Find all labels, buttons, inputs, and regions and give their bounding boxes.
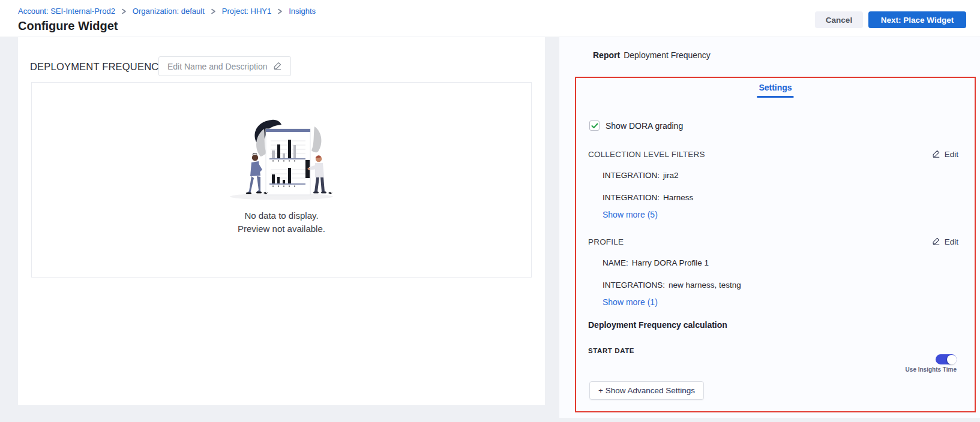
empty-state-illustration	[229, 117, 334, 201]
field-label: INTEGRATION:	[603, 193, 660, 202]
breadcrumb-project[interactable]: Project: HHY1	[222, 7, 271, 16]
dora-grading-label: Show DORA grading	[606, 121, 683, 131]
pencil-icon	[932, 237, 940, 247]
checkmark-icon	[591, 123, 598, 129]
collection-show-more-link[interactable]: Show more (5)	[603, 210, 658, 219]
insights-time-toggle-block: Use Insights Time	[906, 354, 957, 373]
top-header: Account: SEI-Internal-Prod2 Organization…	[0, 0, 980, 37]
pencil-icon	[273, 61, 282, 72]
tab-settings[interactable]: Settings	[757, 83, 793, 98]
toggle-knob	[947, 355, 957, 364]
collection-filters-header: COLLECTION LEVEL FILTERS Edit	[588, 149, 958, 159]
edit-label: Edit	[945, 150, 958, 159]
empty-state-subtext: Preview not available.	[238, 224, 325, 234]
chevron-right-icon	[277, 8, 283, 14]
show-advanced-settings-button[interactable]: + Show Advanced Settings	[589, 381, 704, 400]
start-date-label: START DATE	[588, 347, 634, 354]
chevron-right-icon	[211, 8, 216, 14]
widget-preview-card: DEPLOYMENT FREQUENCY Edit Name and Descr…	[18, 37, 545, 405]
integration-field: INTEGRATION:jira2	[603, 171, 679, 180]
chevron-right-icon	[121, 8, 127, 14]
page-title: Configure Widget	[18, 19, 118, 33]
integration-field: INTEGRATION:Harness	[603, 193, 693, 202]
widget-settings-panel: ReportDeployment Frequency Settings Show…	[559, 37, 980, 418]
edit-name-description-label: Edit Name and Description	[167, 62, 268, 71]
profile-integrations-field: INTEGRATIONS:new harness, testng	[603, 281, 741, 290]
field-value: Harry DORA Profile 1	[632, 258, 709, 267]
breadcrumb-account[interactable]: Account: SEI-Internal-Prod2	[18, 7, 115, 16]
collection-filters-edit-button[interactable]: Edit	[932, 149, 958, 159]
field-value: jira2	[663, 171, 679, 180]
show-dora-grading-row[interactable]: Show DORA grading	[589, 120, 683, 131]
widget-preview-area: No data to display. Preview not availabl…	[31, 82, 532, 278]
field-value: new harness, testng	[669, 281, 741, 290]
use-insights-time-label: Use Insights Time	[906, 366, 957, 373]
profile-show-more-link[interactable]: Show more (1)	[603, 297, 658, 307]
breadcrumb: Account: SEI-Internal-Prod2 Organization…	[18, 7, 316, 16]
settings-highlight-box: Settings Show DORA grading COLLECTION LE…	[575, 77, 976, 412]
cancel-button[interactable]: Cancel	[815, 11, 863, 28]
collection-filters-title: COLLECTION LEVEL FILTERS	[588, 150, 705, 159]
edit-name-description-button[interactable]: Edit Name and Description	[158, 56, 291, 76]
breadcrumb-organization[interactable]: Organization: default	[133, 7, 205, 16]
report-label: Report	[593, 50, 620, 60]
breadcrumb-insights[interactable]: Insights	[289, 7, 316, 16]
field-label: INTEGRATIONS:	[603, 281, 665, 290]
profile-header: PROFILE Edit	[588, 237, 958, 247]
empty-state-text: No data to display.	[244, 210, 318, 221]
field-label: NAME:	[603, 258, 628, 267]
next-place-widget-button[interactable]: Next: Place Widget	[868, 11, 966, 28]
edit-label: Edit	[945, 237, 958, 246]
calculation-section-title: Deployment Frequency calculation	[588, 320, 727, 330]
field-label: INTEGRATION:	[603, 171, 660, 180]
profile-name-field: NAME:Harry DORA Profile 1	[603, 258, 709, 267]
report-value: Deployment Frequency	[624, 50, 711, 60]
use-insights-time-toggle[interactable]	[936, 354, 957, 364]
field-value: Harness	[663, 193, 693, 202]
report-line: ReportDeployment Frequency	[593, 50, 711, 60]
pencil-icon	[932, 149, 940, 159]
dora-grading-checkbox[interactable]	[589, 120, 600, 131]
widget-name-title: DEPLOYMENT FREQUENCY	[30, 61, 166, 73]
profile-edit-button[interactable]: Edit	[932, 237, 958, 247]
profile-title: PROFILE	[588, 237, 624, 246]
